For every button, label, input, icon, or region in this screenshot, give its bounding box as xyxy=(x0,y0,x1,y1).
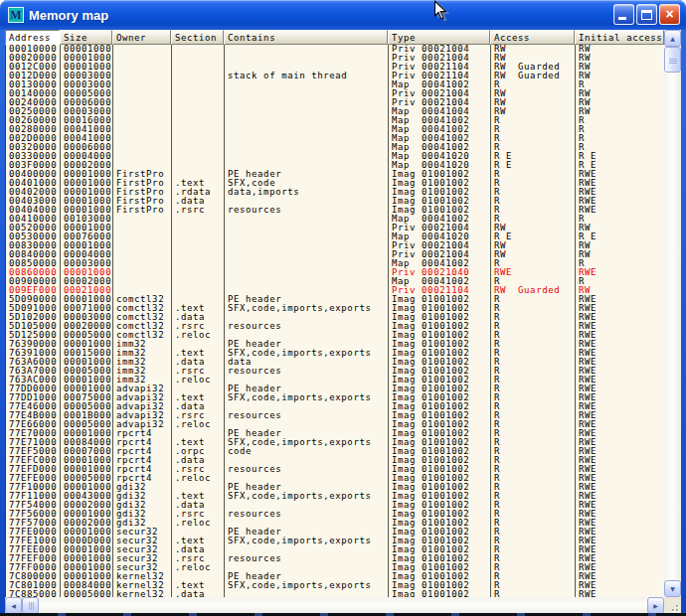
table-row[interactable]: 0040400000001000FirstPro.rsrcresourcesIm… xyxy=(6,206,664,215)
table-row[interactable]: 7639100000015000imm32.textSFX,code,impor… xyxy=(6,349,664,358)
table-row[interactable]: 77F5400000002000gdi32.dataImag 01001002R… xyxy=(6,501,664,510)
scroll-up-button[interactable]: ▲ xyxy=(664,30,681,47)
table-row[interactable]: 0040000000001000FirstProPE headerImag 01… xyxy=(6,170,664,179)
table-row[interactable]: 0028000000041000Map 00041002RR xyxy=(6,125,664,134)
table-row[interactable]: 0026000000016000Map 00041002RR xyxy=(6,116,664,125)
maximize-button[interactable] xyxy=(636,4,657,25)
table-row[interactable]: 77EF500000007000rpcrt4.orpccodeImag 0100… xyxy=(6,447,664,456)
table-row[interactable]: 77E4B0000001B000advapi32.rsrcresourcesIm… xyxy=(6,411,664,420)
column-header-contains[interactable]: Contains xyxy=(224,30,388,45)
table-row[interactable]: 77EFC00000001000rpcrt4.dataImag 01001002… xyxy=(6,456,664,465)
table-row[interactable]: 0014000000005000Priv 00021004RWRW xyxy=(6,89,664,98)
cell-owner: advapi32 xyxy=(113,411,172,420)
cell-type: Priv 00021004 xyxy=(389,54,491,63)
table-row[interactable]: 77E4600000005000advapi32.dataImag 010010… xyxy=(6,402,664,411)
table-row[interactable]: 77DD100000075000advapi32.textSFX,code,im… xyxy=(6,393,664,402)
table-row[interactable]: 0013000000003000Map 00041002RR xyxy=(6,80,664,89)
cell-access: R xyxy=(491,483,576,492)
table-row[interactable]: 5D12500000005000comctl32.relocImag 01001… xyxy=(6,331,664,340)
cell-section xyxy=(172,107,225,116)
table-row[interactable]: 0040200000001000FirstPro.rdatadata,impor… xyxy=(6,188,664,197)
column-header-size[interactable]: Size xyxy=(60,30,112,45)
table-row[interactable]: 0084000000004000Priv 00021004RWRW xyxy=(6,250,664,259)
table-row[interactable]: 0083000000001000Priv 00021004RWRW xyxy=(6,241,664,250)
column-header-access[interactable]: Access xyxy=(490,30,575,45)
vertical-scroll-thumb[interactable] xyxy=(664,47,681,73)
cell-contains xyxy=(225,456,389,465)
resize-grip[interactable] xyxy=(664,597,681,614)
table-row[interactable]: 763A700000005000imm32.rsrcresourcesImag … xyxy=(6,367,664,376)
table-row[interactable]: 0025000000003000Map 00041004RWRW xyxy=(6,107,664,116)
scroll-right-button[interactable]: ▶ xyxy=(647,597,664,614)
table-row[interactable]: 5D10200000003000comctl32.dataImag 010010… xyxy=(6,313,664,322)
table-row[interactable]: 002D000000041000Map 00041002RR xyxy=(6,134,664,143)
table-row[interactable]: 77E7000000001000rpcrt4PE headerImag 0100… xyxy=(6,429,664,438)
table-row[interactable]: 0085000000003000Map 00041002RR xyxy=(6,259,664,268)
table-row[interactable]: 0040100000001000FirstPro.textSFX,codeIma… xyxy=(6,179,664,188)
ollydbg-m-icon[interactable]: M xyxy=(8,7,24,23)
horizontal-scroll-thumb[interactable] xyxy=(22,597,39,614)
table-row[interactable]: 77EFE00000005000rpcrt4.relocImag 0100100… xyxy=(6,474,664,483)
table-row[interactable]: 77F1100000043000gdi32.textSFX,code,impor… xyxy=(6,492,664,501)
table-row[interactable]: 0052000000001000Priv 00021004RWRW xyxy=(6,224,664,232)
table-row[interactable]: 0086000000001000Priv 00021040RWERWE xyxy=(6,268,664,277)
cell-initial_access: RW xyxy=(576,98,664,107)
scroll-down-button[interactable]: ▼ xyxy=(664,580,681,597)
close-button[interactable]: × xyxy=(659,4,680,25)
table-row[interactable]: 77E6600000005000advapi32.relocImag 01001… xyxy=(6,420,664,429)
cell-address: 7C801000 xyxy=(6,581,61,590)
table-row[interactable]: 77FF000000001000secur32.relocImag 010010… xyxy=(6,563,664,572)
column-header-section[interactable]: Section xyxy=(171,30,224,45)
table-row[interactable]: 0090000000002000Map 00041002RR xyxy=(6,277,664,286)
table-row[interactable]: 0012C00000001000Priv 00021104RW GuardedR… xyxy=(6,63,664,72)
cell-access: R xyxy=(491,125,576,134)
horizontal-scrollbar[interactable]: ◀ ▶ xyxy=(5,597,664,614)
cell-type: Imag 01001002 xyxy=(389,447,491,456)
table-row[interactable]: 77F5600000001000gdi32.rsrcresourcesImag … xyxy=(6,510,664,519)
cell-initial_access: RWE xyxy=(576,313,664,322)
table-row[interactable]: 7C80000000001000kernel32PE headerImag 01… xyxy=(6,572,664,581)
table-row[interactable]: 0002000000001000Priv 00021004RWRW xyxy=(6,54,664,63)
column-header-address[interactable]: Address xyxy=(5,30,60,45)
table-row[interactable]: 5D09000000001000comctl32PE headerImag 01… xyxy=(6,295,664,304)
cell-type: Imag 01001002 xyxy=(389,349,491,358)
cell-address: 77E70000 xyxy=(6,429,61,438)
table-row[interactable]: 0040300000001000FirstPro.dataImag 010010… xyxy=(6,197,664,206)
table-row[interactable]: 0001000000001000Priv 00021004RWRW xyxy=(6,45,664,54)
column-header-type[interactable]: Type xyxy=(388,30,490,45)
table-row[interactable]: 77DD000000001000advapi32PE headerImag 01… xyxy=(6,385,664,393)
minimize-button[interactable] xyxy=(613,4,634,25)
table-row[interactable]: 0053000000076000Map 00041020R ER E xyxy=(6,232,664,241)
table-row[interactable]: 77F5700000002000gdi32.relocImag 01001002… xyxy=(6,519,664,528)
table-row[interactable]: 0033000000004000Map 00041020R ER E xyxy=(6,152,664,161)
cell-owner: comctl32 xyxy=(113,304,172,313)
table-row[interactable]: 7C88500000005000kernel32.dataImag 010010… xyxy=(6,590,664,597)
table-row[interactable]: 0041000000103000Map 00041002RR xyxy=(6,215,664,224)
cell-owner xyxy=(113,259,172,268)
table-row[interactable]: 003F000000002000Map 00041020R ER E xyxy=(6,161,664,170)
table-row[interactable]: 77EFD00000001000rpcrt4.rsrcresourcesImag… xyxy=(6,465,664,474)
table-row[interactable]: 763AC00000001000imm32.relocImag 01001002… xyxy=(6,376,664,385)
table-row[interactable]: 763A600000001000imm32.datadataImag 01001… xyxy=(6,358,664,367)
column-header-initial-access[interactable]: Initial access xyxy=(575,30,664,45)
column-header-owner[interactable]: Owner xyxy=(112,30,171,45)
table-row[interactable]: 77E7100000084000rpcrt4.textSFX,code,impo… xyxy=(6,438,664,447)
table-row[interactable]: 77F1000000001000gdi32PE headerImag 01001… xyxy=(6,483,664,492)
titlebar[interactable]: M Memory map × xyxy=(0,0,686,30)
table-row[interactable]: 77FE10000000D000secur32.textSFX,code,imp… xyxy=(6,537,664,545)
table-row[interactable]: 009EF00000021000Priv 00021104RW GuardedR… xyxy=(6,286,664,295)
table-row[interactable]: 5D10500000020000comctl32.rsrcresourcesIm… xyxy=(6,322,664,331)
table-row[interactable]: 7639000000001000imm32PE headerImag 01001… xyxy=(6,340,664,349)
table-row[interactable]: 77FE000000001000secur32PE headerImag 010… xyxy=(6,528,664,537)
table-row[interactable]: 5D09100000071000comctl32.textSFX,code,im… xyxy=(6,304,664,313)
cell-section xyxy=(172,224,225,232)
table-row[interactable]: 0024000000006000Priv 00021004RWRW xyxy=(6,98,664,107)
table-row[interactable]: 77FEE00000001000secur32.dataImag 0100100… xyxy=(6,545,664,554)
table-row[interactable]: 0012D00000003000stack of main threadPriv… xyxy=(6,72,664,80)
table-row[interactable]: 7C80100000084000kernel32.textSFX,code,im… xyxy=(6,581,664,590)
cell-section: .reloc xyxy=(172,420,225,429)
table-row[interactable]: 0032000000006000Map 00041002RR xyxy=(6,143,664,152)
vertical-scrollbar[interactable]: ▲ ▼ xyxy=(664,30,681,597)
scroll-left-button[interactable]: ◀ xyxy=(5,597,22,614)
table-row[interactable]: 77FEF00000001000secur32.rsrcresourcesIma… xyxy=(6,554,664,563)
